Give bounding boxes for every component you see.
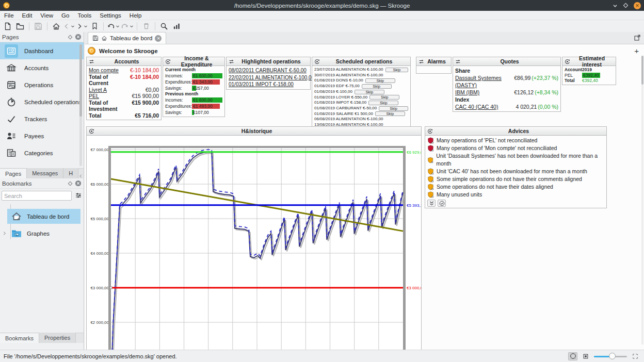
show-more-advices-button[interactable] xyxy=(427,200,436,207)
expand-view-icon[interactable] xyxy=(631,352,640,360)
historic-line-chart[interactable]: €7 000,00€6 000,00€5 000,00€4 000,00€3 0… xyxy=(87,136,422,350)
expander-icon[interactable] xyxy=(2,231,7,236)
sidebar-item-operations[interactable]: Operations xyxy=(0,76,84,93)
account-link[interactable]: Livret A xyxy=(89,87,107,93)
menu-help[interactable]: Help xyxy=(125,12,146,19)
widget-settings-icon[interactable] xyxy=(565,59,570,64)
close-tab-icon[interactable]: ✕ xyxy=(155,35,162,42)
operation-link[interactable]: 08/02/2011 CARBURANT €-50,00 xyxy=(229,67,308,74)
skip-button[interactable]: Skip xyxy=(355,90,384,94)
dock-tab-properties[interactable]: Properties xyxy=(39,333,76,343)
new-document-button[interactable] xyxy=(2,21,13,31)
sidebar-item-payees[interactable]: Payees xyxy=(0,127,84,144)
search-input[interactable] xyxy=(2,191,72,201)
apply-advice-button[interactable] xyxy=(438,200,446,207)
close-panel-icon[interactable] xyxy=(75,180,82,187)
widget-settings-icon[interactable] xyxy=(89,59,94,64)
menu-tools[interactable]: Tools xyxy=(73,12,95,19)
advice-text[interactable]: Some simple operations do not have their… xyxy=(437,175,582,183)
quote-link[interactable]: IBM (IBM) xyxy=(455,89,512,96)
go-forward-button[interactable] xyxy=(76,21,88,31)
tab-scroll-left-icon[interactable] xyxy=(78,174,83,178)
zoom-slider[interactable] xyxy=(594,353,627,360)
scheduled-operation-row: 01/08/2019 DONS €-10,00Skip xyxy=(314,78,408,84)
skip-button[interactable]: Skip xyxy=(365,78,395,83)
filter-icon[interactable] xyxy=(75,192,82,199)
ledger-icon xyxy=(5,78,18,92)
sidebar-item-dashboard[interactable]: Dashboard xyxy=(0,42,84,59)
sidebar-item-accounts[interactable]: Accounts xyxy=(0,59,84,76)
menu-edit[interactable]: Edit xyxy=(18,12,37,19)
widget-settings-icon[interactable] xyxy=(89,128,94,134)
left-dock: Pages Dashboard Accounts Operations Sche… xyxy=(0,32,84,350)
dock-tab-messages[interactable]: Messages xyxy=(27,168,63,178)
open-folder-button[interactable] xyxy=(14,21,26,31)
go-back-button[interactable] xyxy=(63,21,75,31)
maximize-icon[interactable] xyxy=(623,3,629,8)
bookmark-item-tableau-de-bord[interactable]: Tableau de bord xyxy=(7,209,81,224)
tab-tableau-de-bord[interactable]: Tableau de bord ✕ xyxy=(88,32,166,44)
dock-tab-bookmarks[interactable]: Bookmarks xyxy=(0,333,39,343)
bookmark-button[interactable] xyxy=(89,21,100,31)
skip-button[interactable]: Skip xyxy=(379,106,408,111)
skip-button[interactable]: Skip xyxy=(369,95,399,100)
widget-settings-icon[interactable] xyxy=(314,59,320,64)
dashboard: Welcome to Skrooge + Accounts Mon compte… xyxy=(85,44,644,350)
skip-button[interactable]: Skip xyxy=(368,101,398,105)
widget-settings-icon[interactable] xyxy=(427,128,433,134)
dock-tab-history[interactable]: H xyxy=(63,168,78,178)
zoom-fit-button[interactable] xyxy=(568,352,577,360)
zoom-original-button[interactable] xyxy=(581,352,590,360)
advice-text[interactable]: Unit 'CAC 40' has not been downloaded fo… xyxy=(437,168,587,175)
bookmark-item-graphes[interactable]: Graphes xyxy=(7,226,81,241)
widget-settings-icon[interactable] xyxy=(455,59,461,64)
operation-link[interactable]: 22/02/2011 ALIMENTATION €-100,00 xyxy=(229,74,308,81)
close-panel-icon[interactable] xyxy=(75,34,82,40)
menu-settings[interactable]: Settings xyxy=(95,12,125,19)
close-window-button[interactable]: ✕ xyxy=(634,2,641,9)
menu-file[interactable]: File xyxy=(0,12,18,19)
widget-settings-icon[interactable] xyxy=(418,59,424,64)
advice-text[interactable]: Some operations do not have their dates … xyxy=(437,183,553,191)
zoom-slider-knob[interactable] xyxy=(609,353,616,359)
quote-link[interactable]: CAC 40 (CAC 40) xyxy=(455,103,513,110)
float-panel-icon[interactable] xyxy=(68,35,73,40)
sidebar-item-categories[interactable]: Categories xyxy=(0,144,84,161)
quote-change: (0,00 %) xyxy=(538,103,558,110)
widget-settings-icon[interactable] xyxy=(165,59,171,64)
save-button[interactable] xyxy=(33,21,44,31)
undo-button[interactable] xyxy=(107,21,120,31)
dashboard-scrollbar[interactable] xyxy=(641,56,643,344)
status-message: File '/home/s/Developpements/skrooge/exa… xyxy=(4,353,177,359)
operation-link[interactable]: 01/03/2011 IMPOT €-158,00 xyxy=(229,81,308,88)
delete-button[interactable] xyxy=(140,21,152,31)
quote-link[interactable]: Dassault Systemes (DASTY) xyxy=(455,74,512,89)
home-button[interactable] xyxy=(51,21,62,31)
scheduled-operation-text: 30/07/2019 ALIMENTATION €-100,00 xyxy=(314,73,383,78)
advice-text[interactable]: Many unused units xyxy=(437,191,482,199)
add-widget-button[interactable]: + xyxy=(634,46,639,55)
widget-settings-icon[interactable] xyxy=(229,59,234,64)
skip-button[interactable]: Skip xyxy=(385,68,408,72)
search-button[interactable] xyxy=(158,21,170,31)
advice-text[interactable]: Many operations of 'Mon compte' not reco… xyxy=(437,144,557,152)
float-panel-icon[interactable] xyxy=(68,181,73,186)
minimize-icon[interactable] xyxy=(613,3,618,8)
sidebar-item-scheduled-operations[interactable]: Scheduled operations xyxy=(0,93,84,110)
skip-button[interactable]: Skip xyxy=(375,111,405,116)
report-button[interactable] xyxy=(171,21,182,31)
account-link[interactable]: Mon compte xyxy=(89,67,119,74)
advice-text[interactable]: Unit 'Dassault Systemes' has not been do… xyxy=(436,152,604,168)
pages-scrollbar[interactable] xyxy=(79,44,82,166)
menu-view[interactable]: View xyxy=(36,12,57,19)
account-link[interactable]: PEL xyxy=(89,93,99,100)
skip-button[interactable]: Skip xyxy=(362,84,392,89)
menu-go[interactable]: Go xyxy=(57,12,73,19)
advice-text[interactable]: Many operations of 'PEL' not reconciliat… xyxy=(437,137,537,144)
redo-button[interactable] xyxy=(121,21,134,31)
detach-tab-icon[interactable] xyxy=(634,34,641,41)
sidebar-item-trackers[interactable]: Trackers xyxy=(0,110,84,127)
dock-tab-pages[interactable]: Pages xyxy=(0,168,27,178)
tab-label: Tableau de bord xyxy=(110,35,152,41)
warning-shield-icon xyxy=(427,191,434,198)
